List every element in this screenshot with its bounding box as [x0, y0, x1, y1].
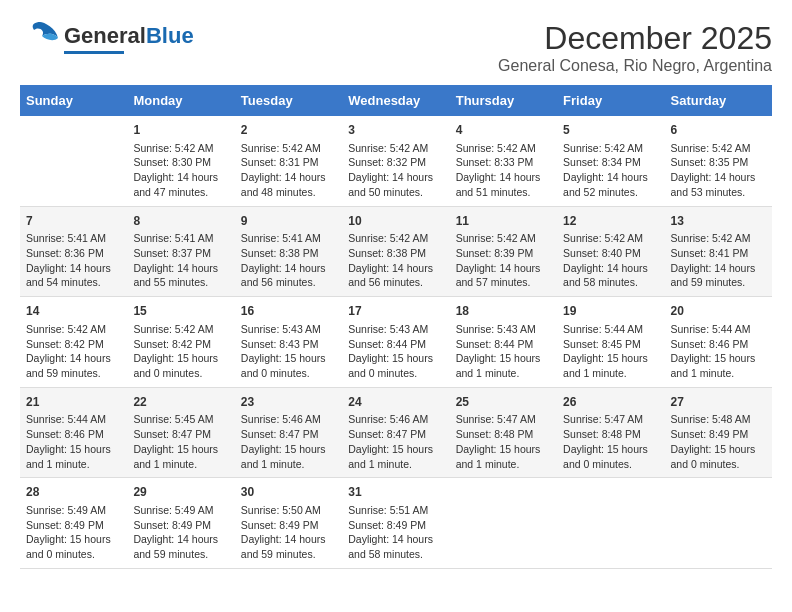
- day-info: and 1 minute.: [563, 366, 658, 381]
- day-info: Daylight: 15 hours: [671, 351, 766, 366]
- day-info: Sunset: 8:49 PM: [348, 518, 443, 533]
- day-info: Daylight: 15 hours: [456, 351, 551, 366]
- day-info: Daylight: 14 hours: [241, 170, 336, 185]
- day-info: and 1 minute.: [241, 457, 336, 472]
- day-info: Sunrise: 5:47 AM: [563, 412, 658, 427]
- day-info: Daylight: 14 hours: [133, 261, 228, 276]
- day-info: and 1 minute.: [671, 366, 766, 381]
- day-info: Sunrise: 5:44 AM: [563, 322, 658, 337]
- day-info: Daylight: 14 hours: [26, 261, 121, 276]
- day-info: Sunrise: 5:42 AM: [671, 231, 766, 246]
- day-info: Sunrise: 5:44 AM: [26, 412, 121, 427]
- day-info: Sunset: 8:40 PM: [563, 246, 658, 261]
- day-info: Sunset: 8:39 PM: [456, 246, 551, 261]
- page-title: December 2025: [498, 20, 772, 57]
- day-info: and 56 minutes.: [348, 275, 443, 290]
- day-info: and 0 minutes.: [671, 457, 766, 472]
- day-info: Sunset: 8:31 PM: [241, 155, 336, 170]
- calendar-cell: 2Sunrise: 5:42 AMSunset: 8:31 PMDaylight…: [235, 116, 342, 206]
- day-info: Sunrise: 5:49 AM: [133, 503, 228, 518]
- day-number: 30: [241, 484, 336, 501]
- day-info: and 59 minutes.: [133, 547, 228, 562]
- day-info: Sunrise: 5:42 AM: [133, 322, 228, 337]
- day-info: Sunrise: 5:48 AM: [671, 412, 766, 427]
- day-info: and 59 minutes.: [26, 366, 121, 381]
- calendar-cell: 24Sunrise: 5:46 AMSunset: 8:47 PMDayligh…: [342, 387, 449, 478]
- day-info: and 0 minutes.: [133, 366, 228, 381]
- day-info: Sunset: 8:36 PM: [26, 246, 121, 261]
- day-number: 11: [456, 213, 551, 230]
- day-info: Daylight: 15 hours: [241, 351, 336, 366]
- day-number: 21: [26, 394, 121, 411]
- day-number: 8: [133, 213, 228, 230]
- logo-general: General: [64, 23, 146, 48]
- logo: GeneralBlue: [20, 20, 194, 58]
- day-info: and 47 minutes.: [133, 185, 228, 200]
- day-info: Daylight: 15 hours: [133, 442, 228, 457]
- day-info: Sunrise: 5:42 AM: [348, 141, 443, 156]
- weekday-header: Thursday: [450, 85, 557, 116]
- day-info: and 48 minutes.: [241, 185, 336, 200]
- day-info: Daylight: 14 hours: [563, 261, 658, 276]
- day-info: Sunrise: 5:51 AM: [348, 503, 443, 518]
- day-info: Sunset: 8:38 PM: [241, 246, 336, 261]
- day-number: 31: [348, 484, 443, 501]
- calendar-cell: 12Sunrise: 5:42 AMSunset: 8:40 PMDayligh…: [557, 206, 664, 297]
- day-number: 3: [348, 122, 443, 139]
- day-info: Daylight: 14 hours: [348, 170, 443, 185]
- day-info: and 53 minutes.: [671, 185, 766, 200]
- day-info: Sunrise: 5:42 AM: [26, 322, 121, 337]
- day-info: Sunset: 8:33 PM: [456, 155, 551, 170]
- day-info: and 51 minutes.: [456, 185, 551, 200]
- day-info: Sunrise: 5:41 AM: [241, 231, 336, 246]
- day-info: Daylight: 14 hours: [348, 532, 443, 547]
- day-info: Daylight: 14 hours: [133, 170, 228, 185]
- day-info: Daylight: 15 hours: [563, 442, 658, 457]
- day-info: Sunset: 8:47 PM: [133, 427, 228, 442]
- day-info: Sunset: 8:49 PM: [671, 427, 766, 442]
- day-info: and 1 minute.: [133, 457, 228, 472]
- weekday-header: Monday: [127, 85, 234, 116]
- calendar-cell: [665, 478, 772, 569]
- day-info: Sunrise: 5:41 AM: [133, 231, 228, 246]
- day-info: and 58 minutes.: [563, 275, 658, 290]
- day-info: and 54 minutes.: [26, 275, 121, 290]
- calendar-cell: 15Sunrise: 5:42 AMSunset: 8:42 PMDayligh…: [127, 297, 234, 388]
- day-number: 16: [241, 303, 336, 320]
- day-info: Daylight: 15 hours: [241, 442, 336, 457]
- day-number: 17: [348, 303, 443, 320]
- day-number: 9: [241, 213, 336, 230]
- day-number: 14: [26, 303, 121, 320]
- day-number: 29: [133, 484, 228, 501]
- day-info: Sunrise: 5:42 AM: [456, 231, 551, 246]
- page-subtitle: General Conesa, Rio Negro, Argentina: [498, 57, 772, 75]
- day-number: 5: [563, 122, 658, 139]
- day-info: Sunrise: 5:43 AM: [456, 322, 551, 337]
- day-number: 23: [241, 394, 336, 411]
- day-info: Sunset: 8:41 PM: [671, 246, 766, 261]
- day-info: Sunset: 8:47 PM: [241, 427, 336, 442]
- day-number: 26: [563, 394, 658, 411]
- day-number: 20: [671, 303, 766, 320]
- weekday-header: Wednesday: [342, 85, 449, 116]
- calendar-cell: [450, 478, 557, 569]
- day-info: Daylight: 15 hours: [671, 442, 766, 457]
- calendar-cell: [557, 478, 664, 569]
- day-info: Daylight: 14 hours: [456, 261, 551, 276]
- day-number: 15: [133, 303, 228, 320]
- calendar-cell: 9Sunrise: 5:41 AMSunset: 8:38 PMDaylight…: [235, 206, 342, 297]
- calendar-cell: 23Sunrise: 5:46 AMSunset: 8:47 PMDayligh…: [235, 387, 342, 478]
- weekday-header: Tuesday: [235, 85, 342, 116]
- day-info: Daylight: 14 hours: [241, 532, 336, 547]
- calendar-cell: 26Sunrise: 5:47 AMSunset: 8:48 PMDayligh…: [557, 387, 664, 478]
- day-info: Daylight: 14 hours: [133, 532, 228, 547]
- day-info: and 1 minute.: [456, 457, 551, 472]
- day-info: Sunset: 8:37 PM: [133, 246, 228, 261]
- day-info: Sunset: 8:38 PM: [348, 246, 443, 261]
- calendar-cell: 27Sunrise: 5:48 AMSunset: 8:49 PMDayligh…: [665, 387, 772, 478]
- day-number: 2: [241, 122, 336, 139]
- calendar-week-row: 14Sunrise: 5:42 AMSunset: 8:42 PMDayligh…: [20, 297, 772, 388]
- calendar-cell: 17Sunrise: 5:43 AMSunset: 8:44 PMDayligh…: [342, 297, 449, 388]
- day-number: 24: [348, 394, 443, 411]
- calendar-week-row: 1Sunrise: 5:42 AMSunset: 8:30 PMDaylight…: [20, 116, 772, 206]
